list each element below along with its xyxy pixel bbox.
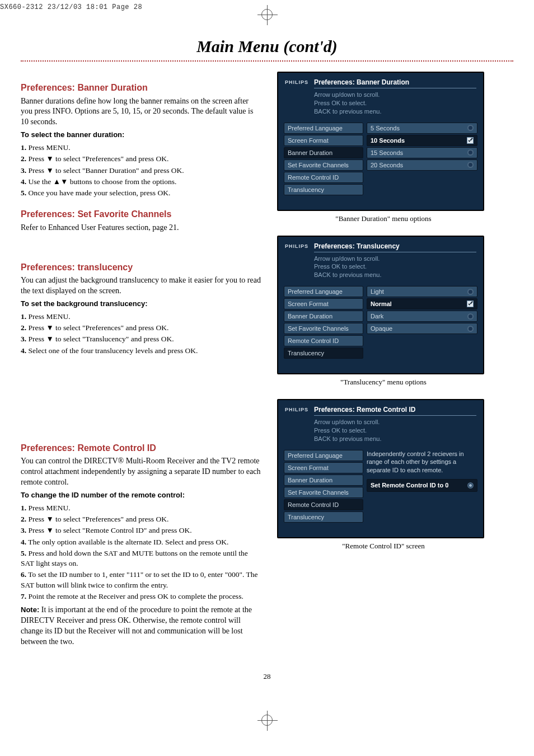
tv-left-menu: Preferred Language Screen Format Banner …	[284, 123, 363, 195]
caption-translucency: "Translucency" menu options	[277, 378, 490, 387]
heading-banner-duration: Preferences: Banner Duration	[21, 82, 261, 94]
tv-left-menu: Preferred Language Screen Format Banner …	[284, 450, 363, 523]
radio-icon	[467, 326, 474, 332]
option-item: Normal	[367, 298, 477, 309]
tv-left-menu: Preferred Language Screen Format Banner …	[284, 286, 363, 359]
intro-translucency: You can adjust the background translucen…	[21, 275, 261, 297]
menu-item: Remote Control ID	[284, 499, 363, 510]
option-item: 20 Seconds	[367, 159, 477, 171]
option-item: 15 Seconds	[367, 147, 477, 158]
menu-item: Banner Duration	[284, 475, 363, 486]
menu-item: Screen Format	[284, 462, 363, 473]
screenshot-column: PHILIPS Preferences: Banner Duration Arr…	[277, 72, 490, 650]
subhead-remote-id: To change the ID number of the remote co…	[21, 491, 185, 499]
radio-icon	[467, 149, 474, 156]
radio-icon	[467, 482, 474, 489]
menu-item: Remote Control ID	[284, 335, 363, 346]
brand-logo: PHILIPS	[285, 242, 308, 249]
radio-icon	[467, 162, 474, 168]
subhead-translucency: To set the background translucency:	[21, 299, 148, 308]
tv-menu-title: Preferences: Remote Control ID	[314, 406, 476, 416]
heading-translucency: Preferences: translucency	[21, 261, 261, 274]
intro-banner-duration: Banner durations define how long the ban…	[21, 96, 261, 128]
tv-hints: Arrow up/down to scroll. Press OK to sel…	[314, 418, 476, 443]
steps-translucency: 1. Press MENU. 2. Press ▼ to select "Pre…	[21, 312, 261, 356]
option-item: Dark	[367, 311, 477, 322]
steps-remote-id: 1. Press MENU. 2. Press ▼ to select "Pre…	[21, 503, 261, 602]
intro-remote-id: You can control the DIRECTV® Multi-Room …	[21, 456, 261, 488]
menu-item: Screen Format	[284, 135, 363, 146]
menu-item: Preferred Language	[284, 123, 363, 134]
radio-icon	[467, 289, 474, 295]
tv-menu-title: Preferences: Banner Duration	[314, 78, 476, 88]
tv-info-text: Independently control 2 recievers in ran…	[367, 450, 477, 523]
option-item: 10 Seconds	[367, 135, 477, 146]
tv-option-list: Light Normal Dark Opaque	[367, 286, 477, 359]
menu-item: Set Favorite Channels	[284, 487, 363, 498]
radio-icon	[467, 125, 474, 131]
menu-item: Translucency	[284, 348, 363, 359]
option-item: 5 Seconds	[367, 123, 477, 134]
intro-favorite-channels: Refer to Enhanced User Features section,…	[21, 223, 261, 233]
tv-mock-banner-duration: PHILIPS Preferences: Banner Duration Arr…	[277, 72, 484, 211]
menu-item: Banner Duration	[284, 147, 363, 158]
note-remote-id: Note: It is important at the end of the …	[21, 605, 261, 647]
menu-item: Remote Control ID	[284, 172, 363, 183]
set-remote-id-button: Set Remote Control ID to 0	[367, 479, 477, 492]
menu-item: Set Favorite Channels	[284, 323, 363, 334]
option-item: Opaque	[367, 323, 477, 334]
tv-menu-title: Preferences: Translucency	[314, 242, 476, 252]
menu-item: Translucency	[284, 184, 363, 195]
tv-mock-translucency: PHILIPS Preferences: Translucency Arrow …	[277, 236, 484, 375]
menu-item: Translucency	[284, 511, 363, 523]
radio-icon	[467, 313, 474, 320]
option-item: Light	[367, 286, 477, 297]
menu-item: Preferred Language	[284, 450, 363, 461]
text-column: Preferences: Banner Duration Banner dura…	[21, 72, 261, 650]
brand-logo: PHILIPS	[285, 78, 308, 85]
heading-remote-id: Preferences: Remote Control ID	[21, 442, 261, 454]
tv-option-list: 5 Seconds 10 Seconds 15 Seconds 20 Secon…	[367, 123, 477, 195]
registration-mark-bottom	[0, 715, 534, 726]
menu-item: Preferred Language	[284, 286, 363, 297]
heading-favorite-channels: Preferences: Set Favorite Channels	[21, 208, 261, 220]
menu-item: Set Favorite Channels	[284, 159, 363, 171]
page-number: 28	[21, 672, 513, 681]
page-content: Main Menu (cont'd) Preferences: Banner D…	[21, 37, 513, 681]
steps-banner-duration: 1. Press MENU. 2. Press ▼ to select "Pre…	[21, 143, 261, 198]
menu-item: Screen Format	[284, 298, 363, 309]
check-icon	[467, 137, 474, 144]
subhead-banner-duration: To select the banner duration:	[21, 130, 124, 139]
check-icon	[467, 300, 474, 307]
tv-hints: Arrow up/down to scroll. Press OK to sel…	[314, 255, 476, 280]
page-title: Main Menu (cont'd)	[21, 37, 513, 56]
caption-remote-id: "Remote Control ID" screen	[277, 542, 490, 551]
caption-banner-duration: "Banner Duration" menu options	[277, 214, 490, 223]
tv-mock-remote-id: PHILIPS Preferences: Remote Control ID A…	[277, 399, 484, 538]
tv-hints: Arrow up/down to scroll. Press OK to sel…	[314, 91, 476, 116]
brand-logo: PHILIPS	[285, 406, 308, 412]
title-divider	[21, 60, 513, 62]
menu-item: Banner Duration	[284, 311, 363, 322]
